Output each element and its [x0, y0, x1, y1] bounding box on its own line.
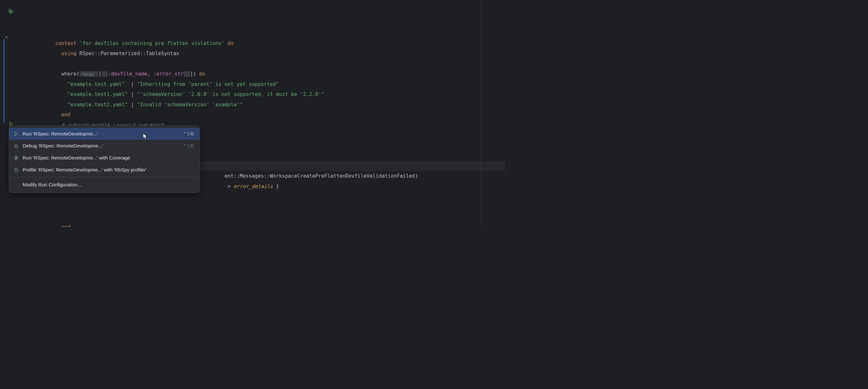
play-icon [13, 131, 23, 137]
code-token: end [61, 224, 70, 227]
code-token: error_details [234, 184, 273, 189]
svg-line-6 [18, 147, 18, 147]
code-line[interactable] [23, 212, 505, 222]
menu-item-label: Run 'RSpec: RemoteDevelopme...' with Cov… [23, 155, 194, 161]
code-line[interactable]: "example.test.yaml" | "Inheriting from '… [23, 79, 505, 90]
code-token: "Inheriting from 'parent' is not yet sup… [137, 81, 279, 87]
code-token: end [61, 112, 70, 118]
code-token: "'schemaVersion' '2.0.0' is not supporte… [137, 91, 324, 97]
code-token: :: [264, 173, 270, 179]
code-token: :: [95, 51, 101, 56]
code-token: ) [415, 173, 418, 179]
code-token: context [55, 40, 80, 46]
svg-line-8 [17, 144, 17, 145]
code-token: do [224, 40, 234, 46]
menu-item-label: Run 'RSpec: RemoteDevelopme...' [23, 131, 183, 137]
right-margin-guide [481, 0, 481, 227]
run-all-icon[interactable] [8, 8, 14, 15]
menu-item-label: Profile 'RSpec: RemoteDevelopme...' with… [23, 167, 194, 172]
code-token: ] [190, 71, 193, 77]
run-context-menu: Run 'RSpec: RemoteDevelopme...'⌃⇧RDebug … [9, 126, 200, 193]
code-line[interactable] [23, 192, 505, 202]
menu-item-label: Modify Run Configuration... [23, 182, 194, 187]
svg-point-0 [5, 36, 8, 38]
code-token: RSpec [79, 51, 95, 56]
code-token: :: [140, 51, 146, 56]
code-token: TableSyntax [146, 51, 180, 56]
inlay-hint [184, 71, 190, 77]
code-line[interactable]: context 'for devfiles containing pre fla… [23, 38, 505, 49]
code-token: > [228, 184, 234, 189]
code-token: "example.test2.yaml" [67, 102, 128, 108]
menu-item-shortcut: ⌃⇧R [183, 131, 194, 137]
code-token: ( [76, 71, 79, 77]
code-token: 'for devfiles containing pre flatten vio… [79, 40, 224, 46]
code-line[interactable] [23, 59, 505, 70]
code-token: | [128, 91, 137, 97]
code-token: | [125, 81, 137, 87]
code-token: :devfile_name [108, 71, 147, 77]
code-token: WorkspaceCreatePreFlattenDevfileValidati… [270, 173, 415, 179]
inlay-hint [102, 71, 108, 77]
svg-line-11 [16, 170, 17, 171]
bug-icon [13, 143, 23, 148]
code-token: "example.test1.yaml" [67, 91, 128, 97]
code-line[interactable]: "example.test2.yaml" | "Invalid 'schemaV… [23, 100, 505, 110]
code-line[interactable]: where(*args [ :devfile_name, :error_str … [23, 69, 505, 79]
code-line[interactable]: end [23, 110, 505, 120]
code-area[interactable]: context 'for devfiles containing pre fla… [23, 0, 505, 227]
code-token: , [147, 71, 154, 77]
menu-item[interactable]: Debug 'RSpec: RemoteDevelopme...'⌃⇧D [9, 140, 199, 152]
code-token: } [273, 184, 279, 189]
menu-item[interactable]: Profile 'RSpec: RemoteDevelopme...' with… [9, 164, 199, 176]
svg-line-5 [14, 147, 15, 147]
code-token: :: [234, 173, 240, 179]
profile-icon [13, 167, 23, 172]
code-token: where [61, 71, 76, 77]
code-token: | [128, 102, 137, 108]
code-token: Messages [240, 173, 264, 179]
code-line[interactable]: "example.test1.yaml" | "'schemaVersion' … [23, 89, 505, 100]
code-token: ) [193, 71, 199, 77]
menu-item[interactable]: Modify Run Configuration... [9, 178, 199, 191]
code-token: "example.test.yaml" [67, 81, 125, 87]
menu-item-shortcut: ⌃⇧D [183, 143, 194, 148]
editor: context 'for devfiles containing pre fla… [0, 0, 505, 227]
code-token: "Invalid 'schemaVersion' 'example'" [137, 102, 243, 108]
code-line[interactable]: using RSpec::Parameterized::TableSyntax [23, 49, 505, 59]
code-line[interactable]: end [23, 222, 505, 227]
code-token: Parameterized [101, 51, 140, 56]
menu-item-label: Debug 'RSpec: RemoteDevelopme...' [23, 143, 183, 148]
menu-item[interactable]: Run 'RSpec: RemoteDevelopme...' with Cov… [9, 152, 199, 164]
menu-item[interactable]: Run 'RSpec: RemoteDevelopme...'⌃⇧R [9, 128, 199, 140]
code-token: ent [224, 173, 234, 179]
gutter [0, 0, 23, 227]
vcs-modified-marker [4, 39, 4, 123]
code-line[interactable] [23, 202, 505, 212]
code-token: :error_str [153, 71, 183, 77]
code-token: do [199, 71, 205, 77]
inlay-hint: *args [79, 71, 98, 77]
code-token: using [61, 51, 79, 56]
menu-separator [9, 177, 199, 177]
coverage-icon [13, 155, 23, 161]
code-token: [ [98, 71, 101, 77]
svg-line-7 [16, 144, 16, 145]
